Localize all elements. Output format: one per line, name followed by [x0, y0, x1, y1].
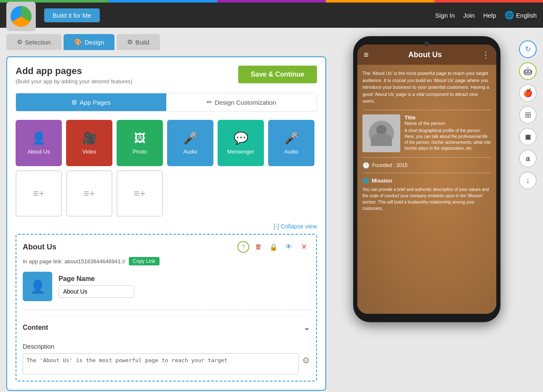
language-selector[interactable]: 🌐 English	[505, 11, 537, 20]
add-icon-2: ≡+	[83, 188, 95, 199]
tab-design[interactable]: 🎨 Design	[64, 34, 115, 50]
tile-video[interactable]: 🎥 Video	[66, 120, 112, 166]
collapse-view-link[interactable]: [-] Collapse view	[16, 223, 317, 230]
hamburger-icon: ≡	[364, 50, 369, 60]
logo	[6, 2, 36, 31]
mission-text: You can provide a brief and authentic de…	[362, 186, 491, 212]
founded-row: 🕐 Founded : 2015	[362, 162, 491, 169]
android-button[interactable]: 🤖	[519, 62, 537, 80]
delete-icon[interactable]: 🗑	[253, 241, 264, 253]
download-button[interactable]: ↓	[519, 172, 537, 189]
edit-icon: ✏	[207, 98, 212, 106]
separator-2	[362, 157, 491, 158]
tile-audio-2[interactable]: 🎤 Audio	[268, 120, 314, 166]
header-right: Sign In Join Help 🌐 English	[435, 11, 537, 20]
apple-button[interactable]: 🍎	[519, 84, 537, 102]
chat-icon: 💬	[234, 131, 248, 145]
about-action-icons: ? 🗑 🔒 👁 ✕	[237, 241, 310, 253]
description-label: Description	[23, 343, 310, 350]
more-icon: ⋮	[482, 50, 490, 60]
divider	[23, 310, 310, 310]
right-panel: ≡ About Us ⋮ The 'About Us' is the most …	[333, 28, 543, 392]
clock-icon: 🕐	[362, 162, 370, 169]
avatar-icon	[369, 121, 394, 146]
build-for-me-button[interactable]: Build it for Me	[44, 8, 100, 22]
gear-icon[interactable]: ⚙	[302, 355, 310, 366]
tile-add-3[interactable]: ≡+	[117, 170, 163, 217]
header: Build it for Me Sign In Join Help 🌐 Engl…	[0, 3, 543, 28]
sub-tabs: ⊞ App Pages ✏ Design Customization	[16, 93, 317, 111]
person-icon-large: 👤	[30, 279, 45, 294]
in-app-link-label: In app page link: about15163844646941://	[23, 258, 125, 265]
blackberry-button[interactable]: ◼	[519, 128, 537, 146]
mission-row: 🌐 Mission	[362, 177, 491, 184]
page-name-input[interactable]	[59, 285, 134, 298]
content-accordion: Content ⌄	[23, 316, 310, 339]
tile-about-us[interactable]: 👤 About Us	[16, 120, 62, 166]
profile-image	[362, 114, 400, 152]
save-continue-button[interactable]: Save & Continue	[238, 66, 317, 83]
phone-wrap: ≡ About Us ⋮ The 'About Us' is the most …	[337, 36, 517, 384]
photo-icon: 🖼	[134, 131, 146, 145]
add-icon-1: ≡+	[33, 188, 45, 199]
join-link[interactable]: Join	[463, 12, 475, 19]
about-text-preview: The 'About Us' is the most powerful page…	[362, 70, 491, 105]
chevron-down-icon: ⌄	[303, 323, 310, 332]
mic-icon-2: 🎤	[284, 131, 299, 145]
phone-body: The 'About Us' is the most powerful page…	[357, 65, 496, 314]
tile-messenger[interactable]: 💬 Messenger	[218, 120, 264, 166]
left-panel: ⚙ Selection 🎨 Design ⚙ Build Add app pag…	[0, 28, 333, 392]
main-tabs: ⚙ Selection 🎨 Design ⚙ Build	[6, 34, 326, 50]
tab-selection[interactable]: ⚙ Selection	[6, 34, 61, 50]
refresh-button[interactable]: ↻	[519, 40, 537, 58]
sign-in-link[interactable]: Sign In	[435, 12, 455, 19]
phone-camera	[424, 41, 429, 46]
card-header: Add app pages (Build your app by adding …	[16, 66, 317, 85]
windows-button[interactable]: ⊞	[519, 106, 537, 124]
page-name-row: 👤 Page Name	[23, 272, 310, 301]
eye-icon[interactable]: 👁	[283, 241, 295, 253]
card-title-block: Add app pages (Build your app by adding …	[16, 66, 133, 85]
person-icon: 👤	[32, 131, 46, 145]
tile-audio-1[interactable]: 🎤 Audio	[167, 120, 213, 166]
accordion-header[interactable]: Content ⌄	[23, 323, 310, 332]
build-icon: ⚙	[127, 38, 133, 46]
close-icon[interactable]: ✕	[298, 241, 310, 253]
tile-add-2[interactable]: ≡+	[66, 170, 112, 217]
tab-build[interactable]: ⚙ Build	[117, 34, 160, 50]
side-icons: ↻ 🤖 🍎 ⊞ ◼ a ↓	[517, 36, 539, 384]
design-icon: 🎨	[74, 38, 82, 46]
help-icon[interactable]: ?	[237, 241, 249, 253]
mission-title: Mission	[372, 177, 392, 184]
profile-name: Name of the person	[405, 121, 491, 126]
tile-photo[interactable]: 🖼 Photo	[117, 120, 163, 166]
sub-tab-design-customization[interactable]: ✏ Design Customization	[166, 93, 317, 111]
add-icon-3: ≡+	[134, 188, 146, 199]
amazon-button[interactable]: a	[519, 150, 537, 167]
about-section: About Us ? 🗑 🔒 👁 ✕ In app page link: abo…	[16, 234, 317, 381]
description-textarea[interactable]	[23, 353, 299, 374]
about-section-title: About Us	[23, 243, 56, 252]
card-title: Add app pages	[16, 66, 133, 77]
page-name-label: Page Name	[59, 275, 134, 283]
separator-1	[362, 110, 491, 110]
tile-add-1[interactable]: ≡+	[16, 170, 62, 217]
page-icon-box: 👤	[23, 272, 52, 301]
logo-icon	[11, 6, 32, 27]
about-section-header: About Us ? 🗑 🔒 👁 ✕	[23, 241, 310, 253]
profile-info: Title Name of the person A short biograp…	[405, 114, 491, 152]
profile-title: Title	[405, 114, 491, 121]
main-content: ⚙ Selection 🎨 Design ⚙ Build Add app pag…	[0, 28, 543, 392]
description-block: Description ⚙	[23, 343, 310, 374]
profile-row: Title Name of the person A short biograp…	[362, 114, 491, 152]
app-bar-title: About Us	[369, 50, 482, 59]
phone-screen: ≡ About Us ⋮ The 'About Us' is the most …	[357, 45, 496, 314]
globe-mission-icon: 🌐	[362, 177, 369, 184]
copy-link-button[interactable]: Copy Link	[129, 257, 160, 265]
lock-icon[interactable]: 🔒	[268, 241, 279, 253]
card-subtitle: (Build your app by adding your desired f…	[16, 78, 133, 85]
globe-icon: 🌐	[505, 11, 514, 20]
phone-mockup: ≡ About Us ⋮ The 'About Us' is the most …	[353, 36, 500, 322]
help-link[interactable]: Help	[483, 12, 496, 19]
sub-tab-app-pages[interactable]: ⊞ App Pages	[16, 93, 166, 111]
